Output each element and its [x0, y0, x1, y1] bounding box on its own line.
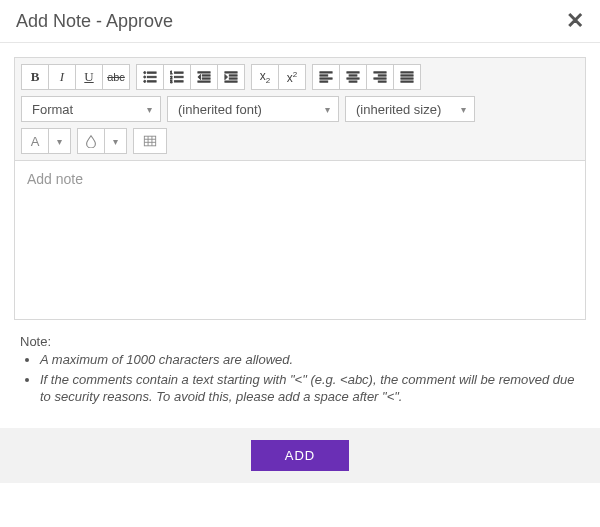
numbered-list-button[interactable]: 123	[163, 64, 191, 90]
outdent-button[interactable]	[190, 64, 218, 90]
svg-marker-16	[198, 74, 201, 79]
chevron-down-icon: ▾	[461, 104, 466, 115]
svg-rect-11	[174, 81, 183, 82]
size-select[interactable]: (inherited size) ▾	[345, 96, 475, 122]
underline-button[interactable]: U	[75, 64, 103, 90]
dialog-footer: ADD	[0, 428, 600, 483]
svg-rect-36	[401, 78, 413, 79]
svg-rect-12	[198, 72, 210, 73]
svg-rect-7	[174, 72, 183, 73]
svg-rect-19	[229, 78, 237, 79]
text-color-button[interactable]: A	[21, 128, 49, 154]
svg-rect-22	[320, 72, 332, 73]
format-select-label: Format	[32, 102, 73, 117]
svg-text:3: 3	[170, 79, 173, 84]
svg-rect-35	[401, 75, 413, 76]
svg-rect-15	[198, 81, 210, 82]
svg-rect-34	[401, 72, 413, 73]
close-icon[interactable]: ✕	[566, 10, 584, 32]
svg-rect-24	[320, 78, 332, 79]
script-group: x2 x2	[251, 64, 306, 90]
align-center-button[interactable]	[339, 64, 367, 90]
svg-rect-1	[147, 72, 156, 73]
svg-rect-28	[347, 78, 359, 79]
svg-rect-25	[320, 81, 328, 82]
svg-rect-3	[147, 76, 156, 77]
note-textarea[interactable]: Add note	[14, 160, 586, 320]
font-select[interactable]: (inherited font) ▾	[167, 96, 339, 122]
size-select-label: (inherited size)	[356, 102, 441, 117]
svg-marker-21	[225, 74, 228, 79]
bullet-list-button[interactable]	[136, 64, 164, 90]
add-button[interactable]: ADD	[251, 440, 349, 471]
note-item: A maximum of 1000 characters are allowed…	[40, 351, 580, 369]
dialog-title: Add Note - Approve	[16, 11, 173, 32]
bg-color-group: ▾	[77, 128, 127, 154]
note-placeholder: Add note	[27, 171, 83, 187]
svg-rect-13	[202, 75, 210, 76]
text-color-dropdown[interactable]: ▾	[49, 128, 71, 154]
svg-rect-37	[401, 81, 413, 82]
editor-toolbar: B I U abc 123 x2	[14, 57, 586, 160]
svg-rect-27	[349, 75, 357, 76]
font-select-label: (inherited font)	[178, 102, 262, 117]
indent-button[interactable]	[217, 64, 245, 90]
format-select[interactable]: Format ▾	[21, 96, 161, 122]
notes-section: Note: A maximum of 1000 characters are a…	[0, 330, 600, 428]
text-style-group: B I U abc	[21, 64, 130, 90]
chevron-down-icon: ▾	[147, 104, 152, 115]
notes-label: Note:	[20, 334, 580, 349]
svg-rect-31	[378, 75, 386, 76]
align-group	[312, 64, 421, 90]
chevron-down-icon: ▾	[325, 104, 330, 115]
svg-point-0	[144, 72, 146, 74]
svg-point-4	[144, 80, 146, 82]
dialog-header: Add Note - Approve ✕	[0, 0, 600, 43]
svg-rect-26	[347, 72, 359, 73]
svg-rect-14	[202, 78, 210, 79]
svg-rect-29	[349, 81, 357, 82]
svg-rect-17	[225, 72, 237, 73]
svg-rect-23	[320, 75, 328, 76]
align-justify-button[interactable]	[393, 64, 421, 90]
svg-rect-5	[147, 81, 156, 82]
note-item: If the comments contain a text starting …	[40, 371, 580, 406]
text-color-group: A ▾	[21, 128, 71, 154]
superscript-button[interactable]: x2	[278, 64, 306, 90]
bg-color-button[interactable]	[77, 128, 105, 154]
list-indent-group: 123	[136, 64, 245, 90]
align-right-button[interactable]	[366, 64, 394, 90]
table-group	[133, 128, 167, 154]
notes-list: A maximum of 1000 characters are allowed…	[20, 351, 580, 406]
svg-rect-30	[374, 72, 386, 73]
bg-color-dropdown[interactable]: ▾	[105, 128, 127, 154]
svg-rect-9	[174, 76, 183, 77]
svg-rect-20	[225, 81, 237, 82]
svg-rect-38	[144, 136, 155, 146]
italic-button[interactable]: I	[48, 64, 76, 90]
svg-point-2	[144, 76, 146, 78]
insert-table-button[interactable]	[133, 128, 167, 154]
svg-rect-18	[229, 75, 237, 76]
svg-rect-32	[374, 78, 386, 79]
align-left-button[interactable]	[312, 64, 340, 90]
strikethrough-button[interactable]: abc	[102, 64, 130, 90]
bold-button[interactable]: B	[21, 64, 49, 90]
svg-rect-33	[378, 81, 386, 82]
subscript-button[interactable]: x2	[251, 64, 279, 90]
editor-container: B I U abc 123 x2	[0, 43, 600, 330]
